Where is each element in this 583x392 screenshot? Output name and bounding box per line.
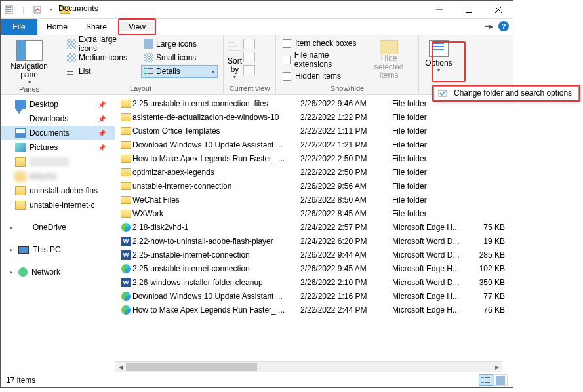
layout-small[interactable]: Small icons [141,51,218,64]
file-type: Microsoft Edge H... [392,292,477,301]
navigation-tree[interactable]: Desktop📌 Downloads📌 Documents📌 Pictures📌… [1,95,115,372]
file-date: 2/22/2022 1:16 PM [300,292,392,301]
file-date: 2/26/2022 9:56 AM [300,182,392,191]
file-date: 2/26/2022 8:50 AM [300,195,392,205]
layout-details[interactable]: Details▾ [141,65,218,78]
tree-hidden2[interactable]: diskvhd [1,169,115,184]
window-controls [424,1,513,19]
horizontal-scrollbar[interactable]: ◂ ▸ [115,361,502,372]
size-columns-icon[interactable] [243,65,255,75]
blurred-text [30,157,69,167]
file-date: 2/22/2022 1:22 PM [300,113,392,122]
file-date: 2/22/2022 2:44 PM [300,305,392,315]
layout-extra-large[interactable]: Extra large icons [64,37,140,50]
folder-icon [15,172,26,181]
file-type: File folder [392,195,477,205]
layout-medium[interactable]: Medium icons [64,51,140,64]
file-type: Microsoft Word D... [392,278,477,287]
file-row[interactable]: 2.25-unstable-internet-connection2/26/20… [119,262,513,275]
tree-network[interactable]: ▸Network [1,265,115,279]
navigation-pane-button[interactable]: Navigation pane ▾ [5,36,54,85]
file-type: Microsoft Edge H... [392,223,477,232]
minimize-button[interactable] [424,1,454,19]
file-row[interactable]: W2.22-how-to-uninstall-adobe-flash-playe… [119,234,513,248]
file-name: 2.26-windows-installer-folder-cleanup [132,278,300,287]
ribbon-group-panes: Navigation pane ▾ Panes [1,35,58,95]
file-row[interactable]: 2.25-unstable-internet-connection_files2… [119,96,513,110]
tree-unstable[interactable]: unstable-internet-c [1,198,115,212]
add-columns-icon[interactable] [243,52,255,62]
maximize-button[interactable] [454,1,483,19]
tree-uninstall[interactable]: uninstall-adobe-flas [1,184,115,198]
help-icon[interactable]: ? [498,21,509,31]
details-icon [481,376,491,385]
scroll-right-icon[interactable]: ▸ [492,362,502,372]
edge-icon [121,264,131,273]
file-row[interactable]: Download Windows 10 Update Assistant ...… [119,138,513,151]
file-name: asistente-de-actualizacion-de-windows-10 [132,113,300,122]
desktop-icon [15,100,26,109]
hidden-items[interactable]: Hidden items [283,71,361,81]
file-size: 75 KB [477,223,510,232]
file-row[interactable]: Download Windows 10 Update Assistant ...… [119,289,513,303]
file-name: 2.25-unstable-internet-connection_files [132,99,300,108]
layout-list[interactable]: List [64,65,140,78]
main-area: Desktop📌 Downloads📌 Documents📌 Pictures📌… [1,95,513,372]
tab-home[interactable]: Home [37,19,77,35]
tab-file[interactable]: File [1,19,37,35]
minimize-ribbon-icon[interactable]: ━▸ [485,22,493,31]
tree-onedrive[interactable]: ▸OneDrive [1,220,115,235]
file-row[interactable]: optimizar-apex-legends2/22/2022 2:50 PMF… [119,165,513,179]
file-row[interactable]: WeChat Files2/26/2022 8:50 AMFile folder [119,193,513,206]
tree-pictures[interactable]: Pictures📌 [1,140,115,155]
file-name: 2.25-unstable-internet-connection [132,264,300,273]
folder-icon [121,100,131,108]
item-check-boxes[interactable]: Item check boxes [283,39,361,48]
file-row[interactable]: How to Make Apex Legends Run Faster_ ...… [119,151,513,165]
file-list[interactable]: 2.25-unstable-internet-connection_files2… [119,96,513,317]
file-row[interactable]: W2.26-windows-installer-folder-cleanup2/… [119,275,513,289]
details-view-toggle[interactable] [479,374,493,386]
file-name-extensions[interactable]: File name extensions [283,50,361,69]
nav-pane-icon [16,40,43,61]
hide-selected-button: Hide selected items [363,36,414,85]
scroll-left-icon[interactable]: ◂ [115,362,126,372]
thumbnails-view-toggle[interactable] [493,374,508,386]
file-row[interactable]: 2.18-disk2vhd-12/24/2022 2:57 PMMicrosof… [119,220,513,234]
file-row[interactable]: Custom Office Templates2/22/2022 1:11 PM… [119,124,513,138]
group-by-icon[interactable] [243,39,255,49]
tab-share[interactable]: Share [77,19,116,35]
small-icon [144,53,153,62]
tree-downloads[interactable]: Downloads📌 [1,111,115,126]
list-icon [67,67,76,76]
file-name: How to Make Apex Legends Run Faster_ ... [132,154,300,163]
folder-icon [121,168,131,176]
svg-rect-3 [7,11,11,12]
file-row[interactable]: How to Make Apex Legends Run Faster_ ...… [119,303,513,317]
show-hide-checks: Item check boxes File name extensions Hi… [280,36,363,85]
close-button[interactable] [483,1,513,19]
file-row[interactable]: W2.25-unstable-internet-connection2/26/2… [119,248,513,262]
layout-large[interactable]: Large icons [141,37,218,50]
file-size: 19 KB [477,237,510,246]
file-row[interactable]: WXWork2/26/2022 8:45 AMFile folder [119,206,513,220]
file-icon[interactable] [3,3,16,16]
qat-dropdown-icon[interactable]: ▾ [45,3,58,16]
svg-rect-1 [7,7,11,8]
file-list-area: 2.25-unstable-internet-connection_files2… [115,95,513,372]
tab-view[interactable]: View [119,22,155,31]
explorer-window: | ▾ ▾ Documents File Home Share View ━▸ … [0,0,513,388]
properties-icon[interactable] [31,3,44,16]
file-type: File folder [392,154,477,163]
file-row[interactable]: unstable-internet-connection2/26/2022 9:… [119,179,513,193]
scroll-thumb[interactable] [126,363,257,371]
network-icon [18,267,28,277]
file-row[interactable]: asistente-de-actualizacion-de-windows-10… [119,110,513,124]
item-count: 17 items [6,376,35,385]
file-date: 2/24/2022 2:57 PM [300,223,392,232]
tree-this-pc[interactable]: ▸This PC [1,243,115,257]
pin-icon: 📌 [98,115,106,123]
sort-by-button[interactable]: Sort by ▾ [228,36,242,80]
tree-hidden1[interactable] [1,155,115,169]
tree-documents[interactable]: Documents📌 [1,126,115,140]
